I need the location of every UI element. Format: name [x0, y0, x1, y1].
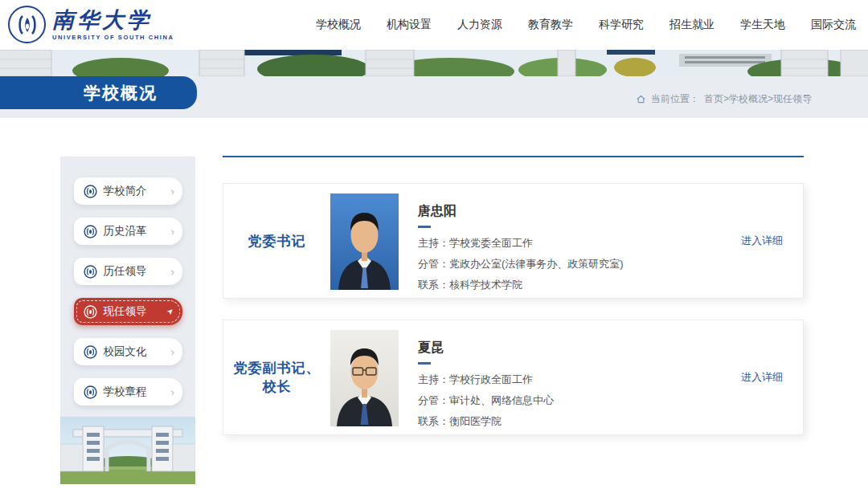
leader-host-line: 主持：学校行政全面工作 — [418, 373, 554, 387]
enter-detail-link[interactable]: 进入详细 — [741, 370, 783, 385]
leader-position: 党委书记 — [223, 184, 330, 298]
campus-gate-image — [60, 417, 195, 484]
nav-item-education[interactable]: 教育教学 — [528, 18, 573, 32]
emblem-bullet-icon — [84, 225, 97, 238]
leader-host-line: 主持：学校党委全面工作 — [418, 236, 624, 251]
side-menu: 学校简介 › 历史沿革 › 历任领导 › 现任领导 ➤ — [60, 157, 195, 484]
emblem-bullet-icon — [84, 185, 97, 198]
breadcrumb: 当前位置： 首页>学校概况>现任领导 — [636, 92, 812, 106]
leader-photo — [330, 330, 399, 426]
nav-item-school-overview[interactable]: 学校概况 — [316, 18, 361, 32]
main-nav: 学校概况 机构设置 人力资源 教育教学 科学研究 招生就业 学生天地 国际交流 — [316, 0, 856, 50]
section-title: 学校概况 — [84, 82, 158, 104]
sidebar-item-current-leaders[interactable]: 现任领导 ➤ — [74, 298, 182, 325]
sidebar-item-history[interactable]: 历史沿革 › — [74, 218, 182, 245]
campus-banner-image — [0, 50, 868, 76]
name-underline — [418, 226, 431, 228]
emblem-bullet-icon — [84, 265, 97, 279]
top-bar: 南华大学 UNIVERSITY OF SOUTH CHINA 学校概况 机构设置… — [0, 0, 868, 50]
nav-item-research[interactable]: 科学研究 — [599, 18, 644, 32]
university-name-cn: 南华大学 — [52, 9, 174, 31]
sidebar-item-school-charter[interactable]: 学校章程 › — [74, 378, 182, 405]
nav-item-admissions[interactable]: 招生就业 — [669, 18, 714, 32]
emblem-bullet-icon — [84, 345, 97, 359]
content-divider — [223, 156, 804, 157]
leader-position: 党委副书记、校长 — [223, 320, 330, 434]
sidebar-item-past-leaders[interactable]: 历任领导 › — [74, 258, 182, 285]
nav-item-human-resources[interactable]: 人力资源 — [457, 18, 502, 32]
leader-manage-line: 分管：审计处、网络信息中心 — [418, 393, 554, 408]
leader-card: 党委书记 唐忠阳 主持：学校党委全面工作 分管：党政办公室(法律事务办、政策研究… — [223, 183, 804, 299]
sidebar-item-campus-culture[interactable]: 校园文化 › — [74, 338, 182, 365]
nav-item-international[interactable]: 国际交流 — [811, 18, 856, 32]
breadcrumb-prefix: 当前位置： — [651, 92, 699, 106]
nav-item-organization[interactable]: 机构设置 — [387, 18, 432, 32]
enter-detail-link[interactable]: 进入详细 — [741, 234, 783, 248]
name-underline — [418, 362, 431, 365]
leader-manage-line: 分管：党政办公室(法律事务办、政策研究室) — [418, 257, 624, 271]
breadcrumb-path[interactable]: 首页>学校概况>现任领导 — [704, 92, 812, 106]
leader-name: 夏昆 — [418, 340, 554, 356]
leader-contact-line: 联系：核科学技术学院 — [418, 278, 624, 292]
university-emblem-icon — [8, 6, 46, 43]
home-icon — [636, 94, 646, 104]
leader-photo — [330, 194, 399, 290]
university-logo[interactable]: 南华大学 UNIVERSITY OF SOUTH CHINA — [8, 6, 174, 43]
leader-name: 唐忠阳 — [418, 203, 624, 220]
emblem-bullet-icon — [84, 305, 97, 319]
university-name-en: UNIVERSITY OF SOUTH CHINA — [52, 34, 174, 41]
leader-card: 党委副书记、校长 夏昆 主持：学校行政全面工作 分管：审计处、 — [223, 320, 804, 435]
sidebar-item-school-intro[interactable]: 学校简介 › — [74, 177, 182, 205]
emblem-bullet-icon — [84, 385, 97, 399]
nav-item-student-life[interactable]: 学生天地 — [740, 18, 785, 32]
section-title-block: 学校概况 — [0, 76, 197, 109]
leader-contact-line: 联系：衡阳医学院 — [418, 414, 554, 429]
